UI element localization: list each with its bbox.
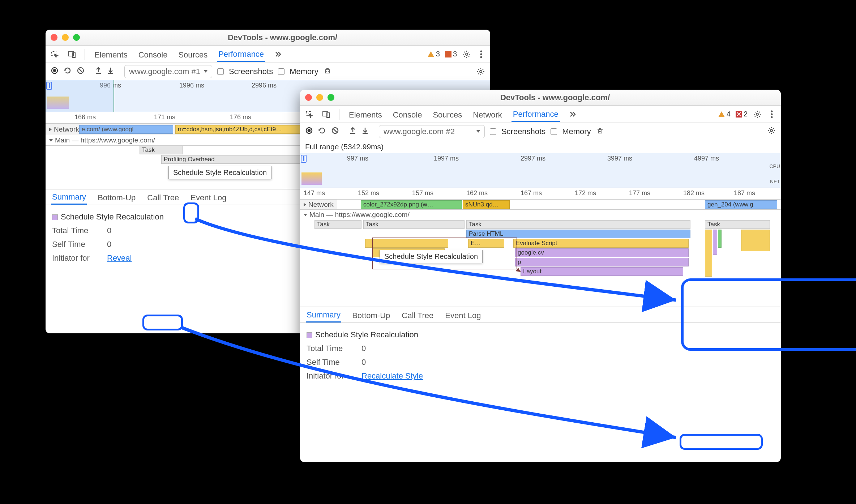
svg-point-23: [770, 129, 772, 132]
target-select[interactable]: www.google.com #1: [124, 65, 212, 78]
memory-label: Memory: [290, 67, 318, 76]
network-item[interactable]: e.com/ (www.googl: [79, 125, 173, 134]
traffic-lights: [51, 34, 80, 41]
maximize-icon[interactable]: [328, 94, 334, 101]
target-select[interactable]: www.google.com #2: [379, 125, 485, 138]
network-track[interactable]: Network color_272x92dp.png (w… sNUn3,qd……: [300, 200, 781, 210]
parse-html[interactable]: Parse HTML: [466, 230, 690, 238]
time-ruler[interactable]: 147 ms 152 ms 157 ms 162 ms 167 ms 172 m…: [300, 188, 781, 200]
summary-title: Schedule Style Recalculation: [61, 212, 164, 221]
reveal-link[interactable]: Reveal: [107, 251, 132, 265]
p-fn[interactable]: p: [515, 258, 689, 266]
highlight-recalculate-link: [680, 434, 763, 450]
gc-icon[interactable]: [324, 67, 331, 77]
device-icon[interactable]: [322, 110, 331, 119]
tab-elements[interactable]: Elements: [93, 47, 129, 62]
evaluate-script[interactable]: Evaluate Script: [513, 239, 689, 248]
layout[interactable]: Layout: [521, 267, 683, 276]
svg-point-17: [771, 110, 772, 112]
color-swatch: [307, 332, 312, 338]
color-swatch: [52, 214, 58, 220]
panel-tab-bottomup[interactable]: Bottom-Up: [97, 190, 136, 204]
clear-icon[interactable]: [77, 67, 85, 77]
screenshots-checkbox[interactable]: [217, 68, 224, 75]
gear-icon[interactable]: [462, 50, 471, 59]
upload-icon[interactable]: [349, 127, 356, 137]
download-icon[interactable]: [107, 67, 114, 77]
minimize-icon[interactable]: [316, 94, 323, 101]
expand-icon: [304, 214, 307, 216]
download-icon[interactable]: [361, 127, 369, 137]
tab-elements[interactable]: Elements: [347, 107, 384, 122]
recalculate-style-link[interactable]: Recalculate Style: [361, 369, 423, 383]
tab-sources[interactable]: Sources: [177, 47, 209, 62]
tab-network[interactable]: Network: [471, 107, 504, 122]
tab-console[interactable]: Console: [391, 107, 424, 122]
flame-tooltip: Schedule Style Recalculation: [168, 166, 271, 179]
panel-tab-eventlog[interactable]: Event Log: [190, 190, 227, 204]
main-track-header[interactable]: Main — https://www.google.com/: [300, 210, 781, 220]
traffic-lights: [305, 94, 334, 101]
reload-icon[interactable]: [64, 67, 72, 77]
svg-point-4: [466, 53, 468, 55]
panel-tab-summary[interactable]: Summary: [306, 307, 341, 323]
network-item[interactable]: color_272x92dp.png (w…: [361, 200, 462, 209]
panel-tab-bottomup[interactable]: Bottom-Up: [351, 308, 391, 322]
titlebar[interactable]: DevTools - www.google.com/: [46, 30, 490, 46]
kebab-icon[interactable]: [767, 110, 776, 119]
maximize-icon[interactable]: [73, 34, 80, 41]
titlebar[interactable]: DevTools - www.google.com/: [300, 90, 781, 106]
upload-icon[interactable]: [95, 67, 102, 77]
memory-checkbox[interactable]: [551, 128, 557, 135]
warning-badge[interactable]: 3: [427, 50, 440, 58]
panel-tab-calltree[interactable]: Call Tree: [401, 308, 434, 322]
network-item[interactable]: sNUn3,qd…: [463, 200, 510, 209]
reload-icon[interactable]: [318, 127, 326, 137]
svg-point-21: [308, 129, 311, 132]
memory-checkbox[interactable]: [278, 68, 284, 75]
screenshots-checkbox[interactable]: [490, 128, 496, 135]
error-badge[interactable]: 3: [445, 50, 457, 58]
svg-point-18: [771, 113, 772, 115]
minimize-icon[interactable]: [62, 34, 69, 41]
gear-icon[interactable]: [767, 126, 776, 137]
tab-performance[interactable]: Performance: [512, 106, 560, 122]
highlight-marker: [183, 202, 199, 223]
warning-badge[interactable]: 4: [718, 110, 731, 118]
range-label: Full range (5342.99ms): [300, 140, 781, 153]
device-icon[interactable]: [67, 50, 77, 59]
error-badge[interactable]: 2: [736, 110, 748, 118]
more-tabs-icon[interactable]: [568, 110, 577, 119]
record-icon[interactable]: [305, 127, 313, 137]
gear-icon[interactable]: [476, 67, 485, 76]
tab-sources[interactable]: Sources: [431, 107, 463, 122]
inspect-icon[interactable]: [50, 50, 59, 59]
gear-icon[interactable]: [753, 110, 762, 119]
expand-icon: [49, 139, 53, 142]
flame-overhead[interactable]: Profiling Overhead: [161, 155, 317, 164]
tab-performance[interactable]: Performance: [217, 46, 265, 62]
kebab-icon[interactable]: [476, 50, 486, 59]
summary-title: Schedule Style Recalculation: [315, 330, 418, 339]
svg-point-5: [480, 50, 482, 52]
close-icon[interactable]: [51, 34, 57, 41]
perf-toolbar: www.google.com #1 Screenshots Memory: [46, 63, 490, 80]
record-icon[interactable]: [51, 67, 59, 77]
gc-icon[interactable]: [596, 127, 604, 137]
clear-icon[interactable]: [331, 127, 339, 137]
svg-point-11: [480, 71, 482, 73]
overview-selection[interactable]: [46, 80, 114, 112]
panel-tab-summary[interactable]: Summary: [51, 189, 87, 205]
inspect-icon[interactable]: [304, 110, 314, 119]
chevron-down-icon: [476, 130, 480, 133]
overview-timeline[interactable]: 997 ms 1997 ms 2997 ms 3997 ms 4997 ms C…: [300, 153, 781, 188]
close-icon[interactable]: [305, 94, 312, 101]
tab-console[interactable]: Console: [137, 47, 169, 62]
flame-task[interactable]: Task: [140, 146, 183, 154]
panel-tab-calltree[interactable]: Call Tree: [146, 190, 180, 204]
network-item[interactable]: gen_204 (www.g: [705, 200, 777, 209]
window-title: DevTools - www.google.com/: [334, 93, 776, 102]
panel-tab-eventlog[interactable]: Event Log: [444, 308, 482, 322]
more-tabs-icon[interactable]: [273, 50, 283, 59]
google-cv[interactable]: google.cv: [515, 248, 689, 257]
